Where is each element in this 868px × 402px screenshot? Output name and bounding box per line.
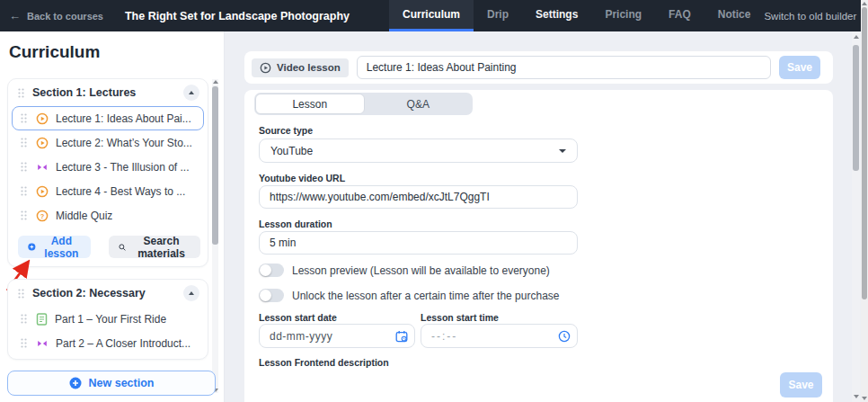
- chevron-down-icon: [559, 149, 566, 153]
- scroll-down-arrow-icon[interactable]: [854, 395, 859, 398]
- section-1-actions: Add lesson Search materials: [18, 236, 200, 258]
- lesson-item-label: Lecture 1: Ideas About Pai...: [56, 112, 191, 125]
- section-1-header[interactable]: Section 1: Lectures: [8, 79, 208, 106]
- lesson-item-part-1[interactable]: Part 1 – Your First Ride: [12, 307, 204, 331]
- section-2-header[interactable]: Section 2: Necessary: [8, 280, 208, 307]
- lesson-type-badge: Video lesson: [252, 58, 349, 77]
- lesson-item-part-2[interactable]: Part 2 – A Closer Introduct...: [12, 331, 204, 355]
- search-icon: [119, 242, 126, 253]
- unlock-lesson-toggle-row: Unlock the lesson after a certain time a…: [259, 289, 560, 302]
- youtube-url-label: Youtube video URL: [259, 173, 345, 183]
- lesson-item-lecture-2[interactable]: Lecture 2: What’s Your Sto...: [12, 130, 204, 155]
- tab-qa[interactable]: Q&A: [365, 94, 473, 114]
- search-materials-button[interactable]: Search materials: [109, 236, 200, 258]
- collapse-section-button[interactable]: [183, 285, 199, 301]
- collapse-section-button[interactable]: [183, 85, 199, 101]
- search-materials-label: Search materials: [132, 235, 190, 260]
- back-to-courses-link[interactable]: ← Back to courses: [9, 9, 103, 22]
- drag-handle-icon[interactable]: [21, 210, 27, 220]
- scroll-up-arrow-icon[interactable]: [213, 80, 218, 84]
- drag-handle-icon[interactable]: [21, 162, 27, 172]
- lesson-type-label: Video lesson: [277, 62, 341, 73]
- video-play-icon: [260, 62, 271, 74]
- page-scrollbar[interactable]: [861, 0, 868, 402]
- drag-handle-icon[interactable]: [21, 314, 27, 324]
- lesson-preview-toggle[interactable]: [259, 264, 284, 277]
- tab-drip[interactable]: Drip: [474, 0, 522, 31]
- lesson-item-label: Lecture 4 - Best Ways to ...: [56, 185, 185, 198]
- lesson-item-middle-quiz[interactable]: ? Middle Quiz: [12, 203, 204, 228]
- curriculum-sidebar: Curriculum Section 1: Lectures Lecture 1…: [0, 31, 225, 402]
- scroll-up-arrow-icon[interactable]: [862, 2, 867, 5]
- plus-circle-icon: [28, 241, 36, 253]
- start-time-field: [421, 324, 578, 348]
- back-label: Back to courses: [27, 11, 103, 22]
- lesson-form-card: Lesson Q&A Source type YouTube Youtube v…: [244, 90, 833, 402]
- drag-handle-icon[interactable]: [21, 138, 27, 147]
- section-2-card: Section 2: Necessary Part 1 – Your First…: [7, 279, 208, 360]
- tab-faq[interactable]: FAQ: [655, 0, 704, 31]
- frontend-description-label: Lesson Frontend description: [259, 357, 389, 368]
- start-date-field: [259, 324, 415, 348]
- lesson-title-bar: Video lesson Save: [244, 51, 833, 84]
- editor-scrollbar[interactable]: [852, 31, 860, 402]
- video-lesson-icon: [36, 185, 49, 198]
- youtube-url-input[interactable]: [259, 185, 578, 209]
- interactive-lesson-icon: [36, 161, 49, 174]
- tab-settings[interactable]: Settings: [522, 0, 591, 31]
- scroll-down-arrow-icon[interactable]: [862, 397, 867, 400]
- switch-old-builder-link[interactable]: Switch to old builder: [764, 11, 856, 22]
- save-button-top[interactable]: Save: [779, 56, 820, 79]
- lesson-duration-input[interactable]: [259, 231, 578, 255]
- new-section-button[interactable]: New section: [7, 371, 216, 396]
- scrollbar-thumb[interactable]: [853, 45, 859, 171]
- section-title: Section 2: Necessary: [32, 287, 146, 299]
- new-section-label: New section: [89, 377, 155, 389]
- scrollbar-thumb[interactable]: [212, 86, 218, 245]
- unlock-lesson-toggle[interactable]: [259, 289, 284, 302]
- drag-handle-icon[interactable]: [18, 289, 24, 299]
- chevron-up-icon: [189, 91, 194, 94]
- lesson-preview-toggle-row: Lesson preview (Lesson will be available…: [259, 264, 550, 277]
- save-button-bottom[interactable]: Save: [780, 372, 822, 398]
- lesson-qa-tabs: Lesson Q&A: [254, 93, 473, 115]
- lesson-item-lecture-3[interactable]: Lecture 3 - The Illusion of ...: [12, 155, 204, 179]
- source-type-label: Source type: [259, 125, 313, 136]
- drag-handle-icon[interactable]: [21, 338, 27, 348]
- text-lesson-icon: [36, 313, 48, 326]
- drag-handle-icon[interactable]: [21, 186, 27, 196]
- add-lesson-button[interactable]: Add lesson: [18, 236, 91, 258]
- lesson-duration-label: Lesson duration: [259, 219, 332, 229]
- lesson-preview-label: Lesson preview (Lesson will be available…: [292, 264, 550, 277]
- lesson-item-lecture-4[interactable]: Lecture 4 - Best Ways to ...: [12, 179, 204, 203]
- toggle-knob: [260, 264, 271, 276]
- lesson-title-input[interactable]: [357, 56, 771, 79]
- drag-handle-icon[interactable]: [21, 113, 27, 123]
- lesson-item-label: Middle Quiz: [56, 210, 112, 222]
- source-type-select[interactable]: YouTube: [259, 138, 578, 163]
- quiz-icon: ?: [36, 210, 49, 222]
- sidebar-heading: Curriculum: [9, 42, 100, 62]
- tab-notice[interactable]: Notice: [704, 0, 765, 31]
- start-date-input[interactable]: [259, 324, 415, 348]
- chevron-up-icon: [189, 291, 194, 295]
- tab-lesson[interactable]: Lesson: [255, 94, 365, 114]
- video-lesson-icon: [36, 137, 49, 149]
- add-lesson-label: Add lesson: [42, 235, 81, 260]
- lesson-list-scrollbar[interactable]: [212, 79, 218, 393]
- tab-pricing[interactable]: Pricing: [591, 0, 655, 31]
- scroll-up-arrow-icon[interactable]: [854, 35, 859, 39]
- toggle-knob: [260, 290, 271, 301]
- plus-circle-icon: [69, 377, 82, 389]
- video-lesson-icon: [36, 112, 49, 125]
- svg-text:?: ?: [40, 211, 45, 219]
- start-time-input[interactable]: [421, 324, 578, 348]
- lesson-item-label: Lecture 3 - The Illusion of ...: [56, 161, 190, 174]
- tab-curriculum[interactable]: Curriculum: [389, 0, 474, 31]
- scrollbar-thumb[interactable]: [862, 7, 867, 299]
- lesson-item-lecture-1[interactable]: Lecture 1: Ideas About Pai...: [12, 106, 204, 130]
- source-type-value: YouTube: [270, 145, 313, 157]
- drag-handle-icon[interactable]: [18, 88, 24, 98]
- start-time-label: Lesson start time: [421, 312, 499, 323]
- lesson-item-label: Part 1 – Your First Ride: [55, 313, 166, 326]
